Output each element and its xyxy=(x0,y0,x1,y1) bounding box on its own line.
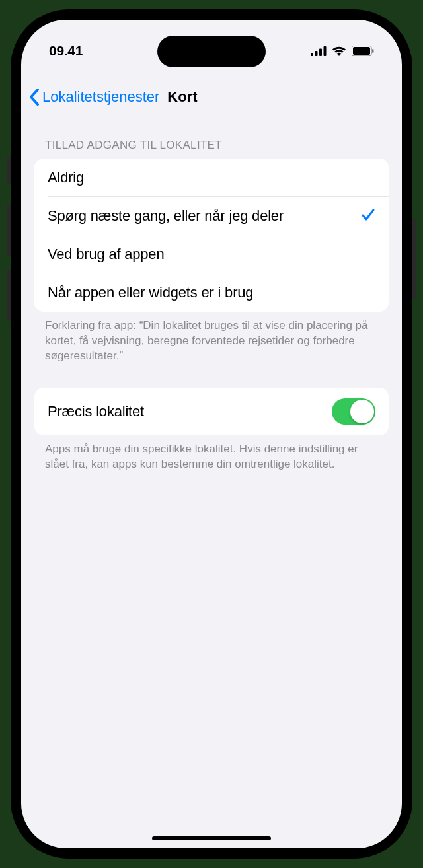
chevron-left-icon xyxy=(29,89,41,106)
status-time: 09.41 xyxy=(49,43,83,59)
precise-location-label: Præcis lokalitet xyxy=(48,403,144,420)
toggle-knob xyxy=(350,400,374,423)
phone-bezel: 09.41 xyxy=(15,13,408,855)
svg-rect-5 xyxy=(353,47,370,55)
back-button[interactable]: Lokalitetstjenester xyxy=(29,89,159,106)
navigation-bar: Lokalitetstjenester Kort xyxy=(21,81,402,118)
option-label: Ved brug af appen xyxy=(48,246,164,263)
phone-frame: 09.41 xyxy=(11,9,412,859)
option-label: Aldrig xyxy=(48,169,84,186)
precise-location-footer: Apps må bruge din specifikke lokalitet. … xyxy=(21,435,402,472)
wifi-icon xyxy=(332,46,346,56)
section-header-access: TILLAD ADGANG TIL LOKALITET xyxy=(21,118,402,159)
precise-location-toggle[interactable] xyxy=(332,398,375,425)
option-ask-next-time[interactable]: Spørg næste gang, eller når jeg deler xyxy=(34,197,389,235)
svg-rect-6 xyxy=(372,49,374,53)
status-icons xyxy=(311,46,374,56)
svg-rect-2 xyxy=(319,48,322,56)
svg-rect-0 xyxy=(311,53,313,56)
home-indicator[interactable] xyxy=(152,836,271,840)
back-label: Lokalitetstjenester xyxy=(42,89,159,106)
battery-icon xyxy=(352,46,374,56)
svg-rect-1 xyxy=(315,51,318,56)
checkmark-icon xyxy=(361,207,375,225)
power-button xyxy=(412,219,416,299)
cellular-signal-icon xyxy=(311,46,327,56)
option-label: Når appen eller widgets er i brug xyxy=(48,284,253,301)
precise-location-row[interactable]: Præcis lokalitet xyxy=(34,388,389,435)
precise-location-group: Præcis lokalitet xyxy=(34,388,389,435)
page-title: Kort xyxy=(167,89,197,106)
option-while-using[interactable]: Ved brug af appen xyxy=(34,235,389,273)
option-app-or-widget[interactable]: Når appen eller widgets er i brug xyxy=(34,273,389,312)
app-explanation-text: Forklaring fra app: “Din lokalitet bruge… xyxy=(21,312,402,364)
content-area: Lokalitetstjenester Kort TILLAD ADGANG T… xyxy=(21,20,402,848)
location-access-options: Aldrig Spørg næste gang, eller når jeg d… xyxy=(34,159,389,312)
screen: 09.41 xyxy=(21,20,402,848)
dynamic-island xyxy=(157,36,266,67)
option-label: Spørg næste gang, eller når jeg deler xyxy=(48,207,284,225)
svg-rect-3 xyxy=(324,46,327,56)
option-never[interactable]: Aldrig xyxy=(34,159,389,197)
